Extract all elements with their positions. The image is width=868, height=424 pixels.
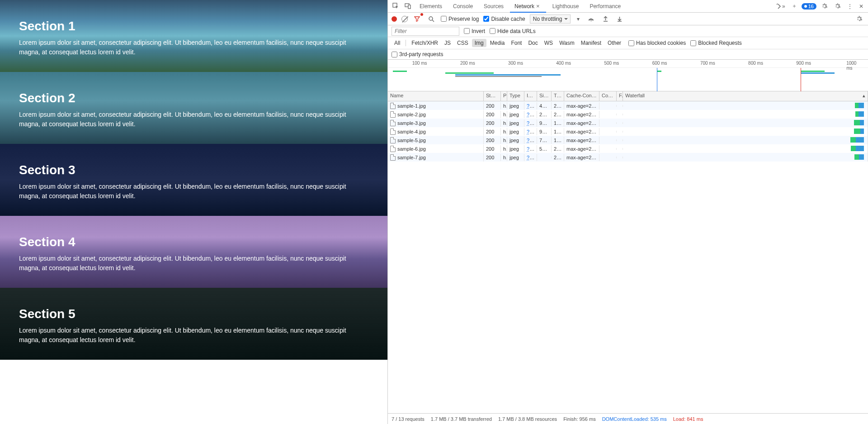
import-har-icon[interactable]: [601, 14, 610, 24]
table-row[interactable]: sample-3.jpg200h..jpeg?l...90...16...max…: [388, 119, 868, 127]
tl-bar: [657, 71, 662, 72]
inspect-icon[interactable]: [391, 1, 401, 11]
cell-type: jpeg: [507, 128, 524, 135]
load-marker: [801, 68, 801, 91]
cell-name: sample-3.jpg: [388, 119, 484, 127]
table-row[interactable]: sample-1.jpg200h..jpeg?l...40...24...max…: [388, 101, 868, 110]
disable-cache-checkbox[interactable]: Disable cache: [483, 16, 525, 22]
col-initiator[interactable]: Ini...: [524, 91, 537, 101]
table-row[interactable]: sample-4.jpg200h..jpeg?l...97...16...max…: [388, 127, 868, 136]
cell-cache: max-age=25...: [564, 137, 599, 144]
tl-bar: [445, 72, 493, 74]
type-wasm[interactable]: Wasm: [557, 39, 577, 47]
settings2-icon[interactable]: [832, 1, 843, 11]
close-devtools-icon[interactable]: ✕: [857, 1, 865, 11]
cell-size: 90...: [537, 119, 552, 127]
col-size[interactable]: Size: [537, 91, 552, 101]
search-icon[interactable]: [426, 14, 436, 24]
close-icon[interactable]: ×: [534, 2, 542, 10]
cell-time: 24...: [552, 102, 564, 110]
cell-status: 200: [484, 137, 501, 144]
type-all[interactable]: All: [392, 39, 403, 47]
col-f[interactable]: F.: [617, 91, 623, 101]
device-toggle-icon[interactable]: [403, 1, 413, 11]
col-type[interactable]: Type: [507, 91, 524, 101]
tl-tick: 300 ms: [508, 61, 523, 66]
page-content[interactable]: Section 1 Lorem ipsum dolor sit amet, co…: [0, 0, 387, 424]
filter-toggle-icon[interactable]: [412, 14, 422, 24]
status-dcl: DOMContentLoaded: 535 ms: [602, 416, 667, 422]
type-fetch[interactable]: Fetch/XHR: [409, 39, 441, 47]
col-name[interactable]: Name: [388, 91, 484, 101]
tab-sources[interactable]: Sources: [479, 0, 508, 12]
third-party-checkbox[interactable]: 3rd-party requests: [392, 51, 443, 57]
col-content[interactable]: Cont...: [599, 91, 617, 101]
blocked-cookies-checkbox[interactable]: Has blocked cookies: [628, 40, 686, 46]
kebab-icon[interactable]: ⋮: [845, 1, 854, 11]
tl-bar: [455, 76, 542, 77]
type-manifest[interactable]: Manifest: [578, 39, 604, 47]
table-row[interactable]: sample-6.jpg200h..jpeg?l...59...28...max…: [388, 144, 868, 153]
clear-button[interactable]: [401, 16, 408, 22]
type-js[interactable]: JS: [442, 39, 453, 47]
tab-performance[interactable]: Performance: [585, 0, 625, 12]
filter-input[interactable]: [392, 27, 459, 36]
type-font[interactable]: Font: [508, 39, 524, 47]
col-time[interactable]: Ti...: [552, 91, 564, 101]
cell-time: 24...: [552, 111, 564, 118]
tab-console[interactable]: Console: [448, 0, 477, 12]
export-har-icon[interactable]: [615, 14, 624, 24]
preserve-log-checkbox[interactable]: Preserve log: [441, 16, 479, 22]
cell-priority: h..: [501, 102, 507, 110]
col-status[interactable]: Status: [484, 91, 501, 101]
network-settings-icon[interactable]: [854, 14, 864, 24]
cell-content: [599, 157, 617, 158]
cell-priority: h..: [501, 137, 507, 144]
type-css[interactable]: CSS: [454, 39, 471, 47]
tab-elements[interactable]: Elements: [415, 0, 447, 12]
invert-checkbox[interactable]: Invert: [464, 28, 485, 34]
cell-name: sample-4.jpg: [388, 128, 484, 136]
table-row[interactable]: sample-7.jpg200h..jpeg?l...21...max-age=…: [388, 153, 868, 162]
table-row[interactable]: sample-2.jpg200h..jpeg?l...24...24...max…: [388, 110, 868, 119]
tl-tick: 800 ms: [748, 61, 763, 66]
settings-icon[interactable]: [819, 1, 830, 11]
section-body: Lorem ipsum dolor sit amet, consectetur …: [19, 326, 363, 345]
table-row[interactable]: sample-5.jpg200h..jpeg?l...76...19...max…: [388, 136, 868, 144]
type-doc[interactable]: Doc: [525, 39, 540, 47]
cell-cache: max-age=25...: [564, 128, 599, 135]
tl-tick: 500 ms: [604, 61, 619, 66]
tab-lighthouse[interactable]: Lighthouse: [548, 0, 584, 12]
col-waterfall[interactable]: Waterfall▴: [623, 91, 868, 101]
timeline-overview[interactable]: 100 ms 200 ms 300 ms 400 ms 500 ms 600 m…: [388, 60, 868, 91]
section-body: Lorem ipsum dolor sit amet, consectetur …: [19, 182, 363, 201]
col-cache[interactable]: Cache-Control: [564, 91, 599, 101]
type-ws[interactable]: WS: [542, 39, 556, 47]
cell-status: 200: [484, 128, 501, 135]
add-tab-icon[interactable]: ＋: [790, 0, 799, 12]
cell-status: 200: [484, 102, 501, 110]
tab-network[interactable]: Network×: [510, 0, 546, 12]
type-img[interactable]: Img: [472, 39, 486, 47]
record-button[interactable]: [392, 16, 397, 22]
blocked-requests-checkbox[interactable]: Blocked Requests: [690, 40, 742, 46]
issues-badge[interactable]: 16: [802, 3, 816, 10]
cell-initiator: ?l...: [524, 119, 537, 127]
more-tabs-icon[interactable]: »: [775, 1, 787, 11]
file-icon: [390, 111, 396, 118]
section-3: Section 3 Lorem ipsum dolor sit amet, co…: [0, 144, 387, 216]
cell-f: [617, 105, 623, 107]
more-network-icon[interactable]: ▾: [575, 14, 581, 24]
cell-cache: max-age=25...: [564, 119, 599, 127]
section-1: Section 1 Lorem ipsum dolor sit amet, co…: [0, 0, 387, 72]
type-other[interactable]: Other: [605, 39, 624, 47]
hide-data-urls-checkbox[interactable]: Hide data URLs: [490, 28, 536, 34]
cell-content: [599, 114, 617, 115]
type-media[interactable]: Media: [487, 39, 508, 47]
section-title: Section 1: [19, 19, 368, 33]
col-priority[interactable]: P: [501, 91, 507, 101]
cell-initiator: ?l...: [524, 128, 537, 135]
network-conditions-icon[interactable]: [586, 14, 596, 24]
cell-type: jpeg: [507, 111, 524, 118]
throttling-select[interactable]: No throttling: [530, 14, 571, 24]
